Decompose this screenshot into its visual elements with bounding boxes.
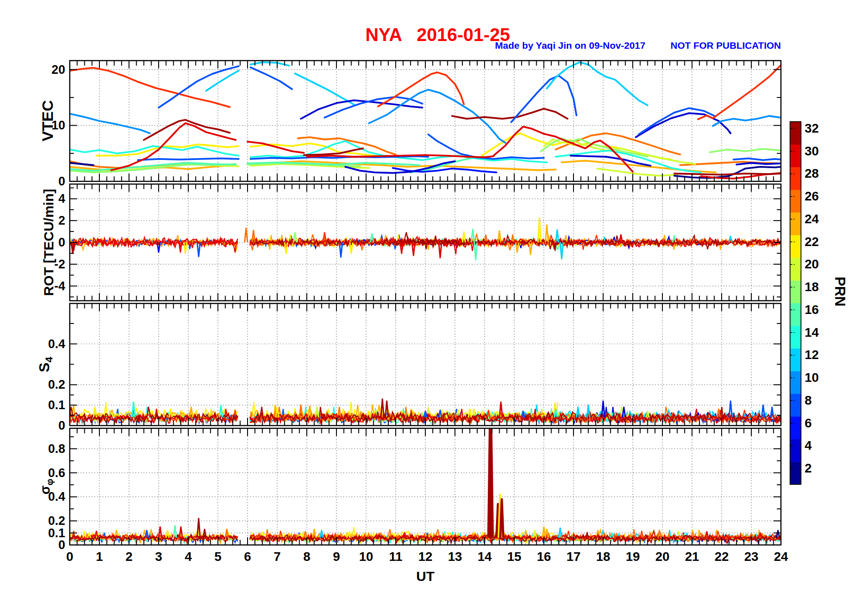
- vtec-ytick-label: 20: [24, 62, 65, 77]
- series-prn-10: [70, 114, 150, 134]
- series-prn-8: [734, 159, 781, 160]
- ut-axis-label: UT: [416, 569, 434, 584]
- series-prn-28: [70, 68, 230, 107]
- sigma-phi-ytick-label: 0.2: [24, 514, 65, 528]
- colorbar-segment: [790, 235, 801, 258]
- credit-warning: NOT FOR PUBLICATION: [671, 40, 781, 51]
- rot-ytick-label: 4: [24, 191, 65, 206]
- colorbar-tick-label-18: 18: [805, 280, 819, 294]
- colorbar-segment: [790, 416, 801, 439]
- xtick-label-hour-7: 7: [264, 550, 291, 564]
- spike-prn-32: [489, 428, 492, 538]
- colorbar-segment: [790, 144, 801, 167]
- series-prn-18: [710, 149, 781, 152]
- xtick-label-hour-24: 24: [767, 550, 795, 564]
- prn-colorbar-label: PRN: [832, 277, 848, 306]
- xtick-label-hour-9: 9: [323, 550, 350, 564]
- plot-canvas: [0, 0, 868, 606]
- colorbar-segment: [790, 394, 801, 416]
- rot-ytick-label: 2: [24, 213, 65, 228]
- series-prn-2: [70, 163, 93, 165]
- rot-ytick-label: -2: [24, 257, 65, 272]
- colorbar-segment: [790, 258, 801, 281]
- colorbar-segment: [790, 212, 801, 235]
- figure-nya-2016-01-25: NYA 2016-01-25 Made by Yaqi Jin on 09-No…: [0, 0, 868, 606]
- xtick-label-hour-16: 16: [530, 550, 558, 564]
- colorbar-segment: [790, 349, 801, 371]
- xtick-label-hour-14: 14: [471, 550, 498, 564]
- xtick-label-hour-5: 5: [204, 550, 232, 564]
- xtick-label-hour-6: 6: [234, 550, 261, 564]
- colorbar-tick-label-26: 26: [805, 190, 819, 203]
- colorbar-tick-label-24: 24: [805, 212, 819, 226]
- xtick-label-hour-1: 1: [86, 550, 113, 564]
- series-prn-32: [674, 174, 781, 175]
- s4-ytick-label: 0.1: [24, 398, 65, 412]
- series-prn-12: [295, 73, 354, 105]
- sigma-phi-ytick-label: 0.4: [24, 489, 65, 504]
- s4-ticks: [70, 303, 781, 426]
- s4-ytick-label: 0: [24, 418, 65, 433]
- sigma-phi-panel: [70, 428, 781, 545]
- colorbar-tick-label-6: 6: [805, 416, 812, 430]
- xtick-label-hour-18: 18: [589, 550, 617, 564]
- colorbar-segment: [790, 167, 801, 190]
- series-prn-20: [597, 169, 677, 176]
- series-prn-2: [674, 167, 781, 178]
- credit-line: Made by Yaqi Jin on 09-Nov-2017 NOT FOR …: [70, 40, 781, 51]
- xtick-label-hour-22: 22: [708, 550, 735, 564]
- sigma-phi-ytick-label: 0.6: [24, 466, 65, 480]
- colorbar-tick-label-2: 2: [805, 462, 812, 475]
- s4-ytick-label: 0.4: [24, 337, 65, 351]
- spike-prn-24: [545, 225, 548, 242]
- series-prn-12: [547, 62, 648, 105]
- vtec-panel: [70, 61, 781, 181]
- spike-prn-26: [245, 228, 248, 242]
- xtick-label-hour-2: 2: [115, 550, 143, 564]
- xtick-label-hour-11: 11: [382, 550, 409, 564]
- colorbar-tick-label-8: 8: [805, 394, 812, 407]
- xtick-label-hour-3: 3: [145, 550, 172, 564]
- xtick-label-hour-10: 10: [352, 550, 380, 564]
- prn-colorbar: [790, 122, 801, 485]
- colorbar-tick-label-32: 32: [805, 122, 819, 135]
- series-prn-8: [639, 108, 716, 134]
- colorbar-tick-label-10: 10: [805, 371, 819, 385]
- sigma-phi-ytick-label: 0.8: [24, 442, 65, 456]
- xtick-label-hour-21: 21: [678, 550, 706, 564]
- xtick-label-hour-0: 0: [56, 550, 83, 564]
- colorbar-tick-label-4: 4: [805, 439, 812, 452]
- s4-panel: [70, 303, 781, 426]
- series-prn-28: [378, 72, 464, 107]
- colorbar-segment: [790, 190, 801, 212]
- colorbar-tick-label-30: 30: [805, 144, 819, 158]
- colorbar-segment: [790, 371, 801, 394]
- xtick-label-hour-19: 19: [619, 550, 646, 564]
- credit-made-by: Made by Yaqi Jin on 09-Nov-2017: [495, 40, 646, 51]
- xtick-label-hour-4: 4: [175, 550, 202, 564]
- xtick-label-hour-12: 12: [412, 550, 439, 564]
- sigma-phi-ticks: [70, 428, 781, 545]
- colorbar-tick-label-20: 20: [805, 257, 819, 271]
- vtec-ytick-label: 10: [24, 118, 65, 133]
- series-prn-28: [698, 65, 781, 119]
- rot-ytick-label: -4: [24, 279, 65, 293]
- series-prn-4: [737, 163, 781, 165]
- spike-prn-30: [620, 235, 623, 242]
- xtick-label-hour-13: 13: [441, 550, 469, 564]
- colorbar-segment: [790, 326, 801, 349]
- xtick-label-hour-20: 20: [649, 550, 676, 564]
- spike-prn-8: [197, 242, 201, 257]
- xtick-label-hour-15: 15: [501, 550, 528, 564]
- colorbar-segment: [790, 439, 801, 462]
- s4-ytick-label: 0.2: [24, 377, 65, 392]
- colorbar-tick-label-14: 14: [805, 326, 819, 339]
- vtec-series-group: [70, 62, 781, 179]
- rot-ytick-label: 0: [24, 235, 65, 250]
- xtick-label-hour-8: 8: [293, 550, 320, 564]
- colorbar-tick-label-22: 22: [805, 235, 819, 249]
- xtick-label-hour-23: 23: [738, 550, 765, 564]
- xtick-label-hour-17: 17: [560, 550, 587, 564]
- colorbar-segment: [790, 280, 801, 303]
- colorbar-segment: [790, 122, 801, 144]
